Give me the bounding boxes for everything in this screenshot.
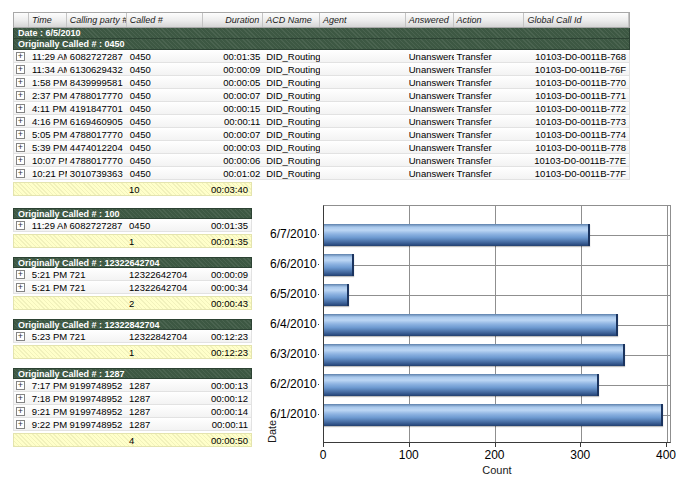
- tick-mark: [409, 443, 410, 447]
- expand-cell: +: [14, 392, 29, 404]
- cell-called: 12322642704: [126, 268, 202, 280]
- expand-cell: +: [14, 50, 29, 62]
- cell-called: 1287: [126, 392, 202, 404]
- cell-action: Transfer: [454, 76, 525, 88]
- expand-icon[interactable]: +: [16, 52, 25, 61]
- tick-label: 300: [560, 448, 600, 462]
- cell-agent: [320, 102, 406, 114]
- column-header-acd[interactable]: ACD Name: [263, 13, 320, 27]
- category-label: 6/6/2010: [270, 249, 319, 279]
- cell-time: 9:22 PM: [29, 418, 67, 430]
- cell-global: 10103-D0-0011B-76F: [524, 63, 629, 75]
- cell-action: Transfer: [454, 115, 525, 127]
- table-row: +7:17 PM9199748952128700:00:13: [13, 379, 252, 392]
- cell-answered: Unanswered: [406, 89, 454, 101]
- expand-icon[interactable]: +: [16, 156, 25, 165]
- cell-agent: [320, 76, 406, 88]
- chart-band: [324, 400, 670, 430]
- cell-calling: 6082727287: [67, 219, 127, 231]
- expand-icon[interactable]: +: [16, 420, 25, 429]
- cell-calling: 4788017770: [67, 89, 127, 101]
- expand-icon[interactable]: +: [16, 394, 25, 403]
- column-header-called[interactable]: Called #: [127, 13, 204, 27]
- cell-calling: 9199748952: [67, 379, 127, 391]
- date-group-band: Date : 6/5/2010: [13, 28, 630, 39]
- chart-bar: [324, 344, 625, 366]
- chart-band: [324, 340, 670, 370]
- expand-icon[interactable]: +: [16, 130, 25, 139]
- column-header-calling[interactable]: Calling party #: [67, 13, 127, 27]
- expand-icon[interactable]: +: [16, 270, 25, 279]
- cell-answered: Unanswered: [406, 102, 454, 114]
- cell-time: 7:17 PM: [29, 379, 67, 391]
- expand-icon[interactable]: +: [16, 143, 25, 152]
- table-rows: +11:29 AM6082727287045000:01:35DID_Routi…: [13, 50, 630, 180]
- table-row: +11:34 AM6130629432045000:00:09DID_Routi…: [13, 63, 630, 76]
- group-summary-row: 100:01:35: [13, 234, 252, 248]
- expand-icon[interactable]: +: [16, 117, 25, 126]
- summary-call-count: 4: [126, 435, 202, 446]
- expand-icon[interactable]: +: [16, 91, 25, 100]
- summary-spacer: [14, 434, 126, 446]
- cell-called: 0450: [127, 89, 204, 101]
- cell-action: Transfer: [454, 128, 525, 140]
- expand-icon[interactable]: +: [16, 65, 25, 74]
- summary-call-count: 2: [126, 298, 202, 309]
- column-header-agent[interactable]: Agent: [320, 13, 406, 27]
- expand-icon[interactable]: +: [16, 104, 25, 113]
- expand-cell: +: [14, 379, 29, 391]
- column-header-time[interactable]: Time: [29, 13, 67, 27]
- expand-icon[interactable]: +: [16, 407, 25, 416]
- expand-cell: +: [14, 405, 29, 417]
- cell-duration: 00:00:03: [203, 141, 263, 153]
- cell-time: 9:21 PM: [29, 405, 67, 417]
- column-header-answered[interactable]: Answered: [406, 13, 454, 27]
- cell-acd: DID_Routing: [263, 128, 320, 140]
- expand-icon[interactable]: +: [16, 381, 25, 390]
- summary-call-count: 1: [126, 347, 202, 358]
- tick-label: 100: [389, 448, 429, 462]
- cell-calling: 6082727287: [67, 50, 127, 62]
- table-row: +5:21 PM7211232264270400:00:09: [13, 268, 252, 281]
- cell-called: 1287: [126, 418, 202, 430]
- column-header-action[interactable]: Action: [454, 13, 525, 27]
- grouped-call-sections: Originally Called # : 100+11:29 AM608272…: [13, 208, 252, 456]
- call-report-page: { "table": { "columns": [ {"key": "expan…: [0, 0, 676, 485]
- called-group-band: Originally Called # : 0450: [13, 39, 630, 50]
- chart-bar: [324, 224, 590, 246]
- cell-global: 10103-D0-0011B-770: [524, 76, 629, 88]
- table-row: +2:37 PM4788017770045000:00:07DID_Routin…: [13, 89, 630, 102]
- group-summary-row: 200:00:43: [13, 296, 252, 310]
- group-summary-row: 400:00:50: [13, 433, 252, 447]
- expand-icon[interactable]: +: [16, 78, 25, 87]
- column-header-expand[interactable]: [14, 13, 29, 27]
- cell-agent: [320, 154, 406, 166]
- cell-agent: [320, 115, 406, 127]
- chart-band: [324, 280, 670, 310]
- cell-time: 5:21 PM: [29, 281, 67, 293]
- expand-icon[interactable]: +: [16, 221, 25, 230]
- cell-called: 0450: [127, 154, 204, 166]
- chart-bands: [324, 206, 670, 442]
- chart-x-axis: 0100200300400: [323, 443, 671, 463]
- expand-icon[interactable]: +: [16, 283, 25, 292]
- expand-icon[interactable]: +: [16, 169, 25, 178]
- cell-acd: DID_Routing: [263, 89, 320, 101]
- cell-time: 2:37 PM: [29, 89, 67, 101]
- cell-called: 0450: [127, 128, 204, 140]
- cell-action: Transfer: [454, 89, 525, 101]
- expand-cell: +: [14, 89, 29, 101]
- cell-answered: Unanswered: [406, 50, 454, 62]
- called-group-label: Originally Called # : 100: [18, 209, 120, 219]
- expand-icon[interactable]: +: [16, 332, 25, 341]
- cell-global: 10103-D0-0011B-77F: [524, 167, 629, 179]
- cell-time: 4:11 PM: [29, 102, 67, 114]
- column-header-duration[interactable]: Duration: [203, 13, 263, 27]
- chart-band: [324, 310, 670, 340]
- cell-time: 5:39 PM: [29, 141, 67, 153]
- summary-call-count: 10: [126, 184, 202, 195]
- cell-duration: 00:00:11: [203, 115, 263, 127]
- cell-action: Transfer: [454, 50, 525, 62]
- column-header-global[interactable]: Global Call Id: [524, 13, 629, 27]
- chart-plot-area: [323, 205, 671, 443]
